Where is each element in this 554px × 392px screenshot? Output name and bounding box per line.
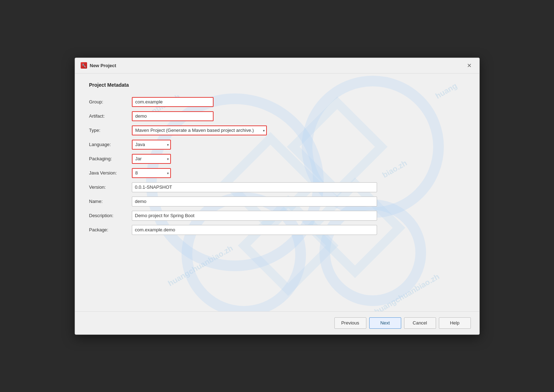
close-button[interactable]: ✕ [465,61,474,70]
artifact-label: Artifact: [89,109,132,123]
previous-button[interactable]: Previous [334,317,366,329]
dialog-title: New Project [90,63,116,68]
description-label: Description: [89,209,132,223]
language-control-wrap: Java Kotlin Groovy ▾ [132,138,409,152]
help-button[interactable]: Help [439,317,471,329]
group-input[interactable] [132,97,214,107]
name-control-wrap [132,194,409,209]
packaging-select[interactable]: Jar War [132,154,171,164]
description-input[interactable] [132,211,377,221]
app-icon: 🔧 [81,62,87,69]
package-label: Package: [89,223,132,237]
type-control-wrap: Maven Project (Generate a Maven based pr… [132,123,409,138]
language-select-wrap: Java Kotlin Groovy ▾ [132,140,171,150]
language-select[interactable]: Java Kotlin Groovy [132,140,171,150]
form-grid: Group: Artifact: Type: Maven Project (Ge… [89,95,409,237]
cancel-button[interactable]: Cancel [404,317,436,329]
footer-bar: Previous Next Cancel Help [75,311,479,334]
group-label: Group: [89,95,132,109]
type-select[interactable]: Maven Project (Generate a Maven based pr… [132,125,267,135]
java-version-select[interactable]: 8 11 17 21 [132,168,171,178]
title-bar: 🔧 New Project ✕ [75,58,479,74]
type-select-wrap: Maven Project (Generate a Maven based pr… [132,125,267,135]
java-version-control-wrap: 8 11 17 21 ▾ [132,166,409,180]
section-title: Project Metadata [89,82,465,88]
content-area: Project Metadata Group: Artifact: Type: … [75,74,479,311]
packaging-select-wrap: Jar War ▾ [132,154,171,164]
name-label: Name: [89,194,132,209]
package-input[interactable] [132,225,377,235]
java-version-select-wrap: 8 11 17 21 ▾ [132,168,171,178]
packaging-control-wrap: Jar War ▾ [132,152,409,166]
version-input[interactable] [132,182,377,192]
next-button[interactable]: Next [369,317,401,329]
artifact-control-wrap [132,109,409,123]
type-label: Type: [89,123,132,138]
java-version-label: Java Version: [89,166,132,180]
description-control-wrap [132,209,409,223]
package-control-wrap [132,223,409,237]
new-project-dialog: anbiao.zh huang huangchuanbiao.zh huangc… [75,58,480,335]
version-label: Version: [89,180,132,194]
group-control-wrap [132,95,409,109]
title-bar-left: 🔧 New Project [81,62,116,69]
artifact-input[interactable] [132,111,214,121]
packaging-label: Packaging: [89,152,132,166]
version-control-wrap [132,180,409,194]
name-input[interactable] [132,197,377,206]
language-label: Language: [89,138,132,152]
